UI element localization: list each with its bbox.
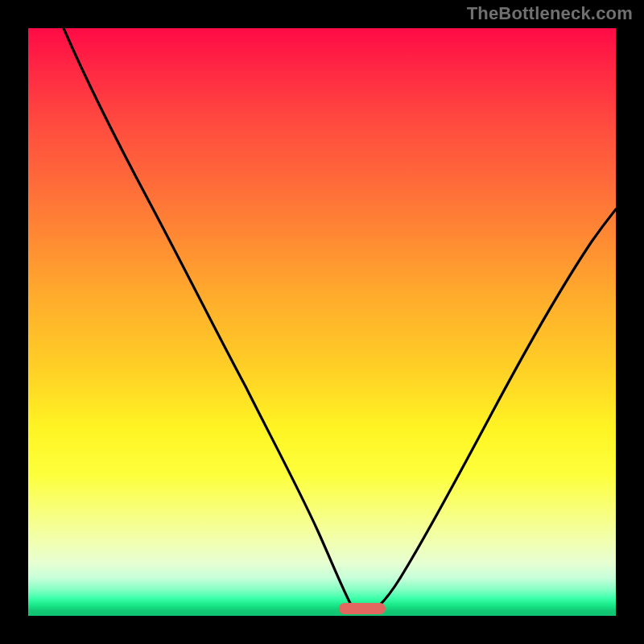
chart-frame: TheBottleneck.com [0,0,644,644]
watermark-text: TheBottleneck.com [467,3,633,24]
bottleneck-curve [28,28,616,616]
curve-path [64,28,616,613]
plot-area [28,28,616,616]
optimal-marker [339,603,386,614]
